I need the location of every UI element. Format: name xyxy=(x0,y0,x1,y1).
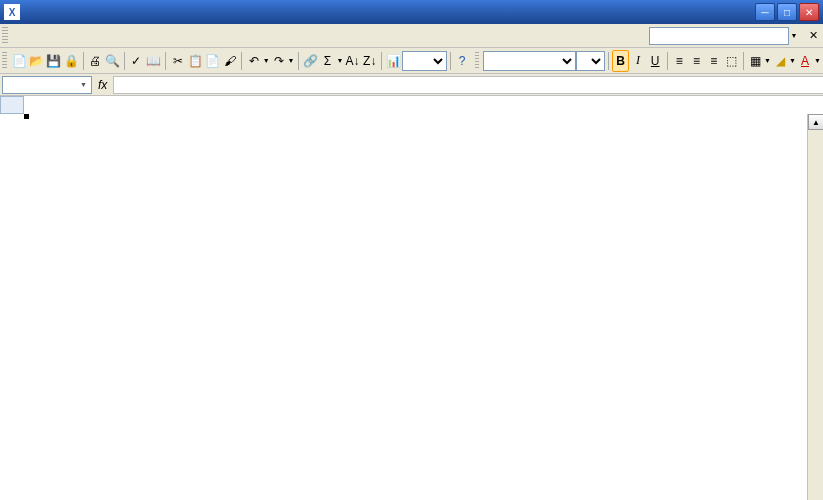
font-select[interactable] xyxy=(483,51,576,71)
active-cell-indicator xyxy=(24,114,28,118)
minimize-button[interactable]: ─ xyxy=(755,3,775,21)
scroll-up-icon[interactable]: ▲ xyxy=(808,114,823,130)
autosum-dropdown[interactable]: ▼ xyxy=(336,50,344,72)
separator xyxy=(381,52,382,70)
separator xyxy=(743,52,744,70)
name-box[interactable]: ▼ xyxy=(2,76,92,94)
zoom-select[interactable] xyxy=(402,51,446,71)
formula-bar: ▼ fx xyxy=(0,74,823,96)
menu-insert[interactable] xyxy=(48,34,60,38)
redo-icon[interactable]: ↷ xyxy=(270,50,287,72)
sort-asc-icon[interactable]: A↓ xyxy=(344,50,361,72)
fx-icon[interactable]: fx xyxy=(98,78,107,92)
font-size-select[interactable] xyxy=(576,51,605,71)
italic-button[interactable]: I xyxy=(629,50,646,72)
preview-icon[interactable]: 🔍 xyxy=(104,50,121,72)
fill-color-icon[interactable]: ◢ xyxy=(771,50,788,72)
separator xyxy=(608,52,609,70)
menu-window[interactable] xyxy=(96,34,108,38)
fill-dropdown[interactable]: ▼ xyxy=(789,50,797,72)
merge-icon[interactable]: ⬚ xyxy=(722,50,739,72)
grip-icon xyxy=(2,52,7,70)
align-right-icon[interactable]: ≡ xyxy=(705,50,722,72)
redo-dropdown[interactable]: ▼ xyxy=(287,50,295,72)
menu-file[interactable] xyxy=(12,34,24,38)
separator xyxy=(165,52,166,70)
borders-icon[interactable]: ▦ xyxy=(746,50,763,72)
spreadsheet: ▲ xyxy=(0,96,823,500)
menu-data[interactable] xyxy=(84,34,96,38)
help-input[interactable] xyxy=(649,27,789,45)
excel-icon: X xyxy=(4,4,20,20)
font-color-dropdown[interactable]: ▼ xyxy=(814,50,822,72)
menu-bar: ▼ ✕ xyxy=(0,24,823,48)
menu-help[interactable] xyxy=(108,34,120,38)
paste-icon[interactable]: 📄 xyxy=(204,50,221,72)
font-color-icon[interactable]: A xyxy=(796,50,813,72)
separator xyxy=(667,52,668,70)
menu-format[interactable] xyxy=(60,34,72,38)
grip-icon xyxy=(2,27,8,45)
title-bar: X ─ □ ✕ xyxy=(0,0,823,24)
borders-dropdown[interactable]: ▼ xyxy=(764,50,772,72)
help-dropdown-icon[interactable]: ▼ xyxy=(789,25,799,47)
copy-icon[interactable]: 📋 xyxy=(186,50,203,72)
bold-button[interactable]: B xyxy=(612,50,629,72)
undo-dropdown[interactable]: ▼ xyxy=(262,50,270,72)
cut-icon[interactable]: ✂ xyxy=(169,50,186,72)
separator xyxy=(450,52,451,70)
undo-icon[interactable]: ↶ xyxy=(245,50,262,72)
close-button[interactable]: ✕ xyxy=(799,3,819,21)
help-icon[interactable]: ? xyxy=(453,50,470,72)
separator xyxy=(124,52,125,70)
menu-tools[interactable] xyxy=(72,34,84,38)
align-center-icon[interactable]: ≡ xyxy=(688,50,705,72)
underline-button[interactable]: U xyxy=(647,50,664,72)
save-icon[interactable]: 💾 xyxy=(45,50,62,72)
chart-icon[interactable]: 📊 xyxy=(385,50,402,72)
maximize-button[interactable]: □ xyxy=(777,3,797,21)
permission-icon[interactable]: 🔒 xyxy=(62,50,79,72)
hyperlink-icon[interactable]: 🔗 xyxy=(302,50,319,72)
formula-input[interactable] xyxy=(113,76,823,94)
open-icon[interactable]: 📂 xyxy=(28,50,45,72)
menu-view[interactable] xyxy=(36,34,48,38)
grip-icon xyxy=(475,52,480,70)
separator xyxy=(83,52,84,70)
close-document-button[interactable]: ✕ xyxy=(805,28,821,44)
research-icon[interactable]: 📖 xyxy=(145,50,162,72)
chevron-down-icon[interactable]: ▼ xyxy=(80,81,87,88)
align-left-icon[interactable]: ≡ xyxy=(671,50,688,72)
window-buttons: ─ □ ✕ xyxy=(755,3,819,21)
separator xyxy=(298,52,299,70)
standard-toolbar: 📄 📂 💾 🔒 🖨 🔍 ✓ 📖 ✂ 📋 📄 🖌 ↶ ▼ ↷ ▼ 🔗 Σ ▼ A↓… xyxy=(0,48,823,74)
autosum-icon[interactable]: Σ xyxy=(319,50,336,72)
spelling-icon[interactable]: ✓ xyxy=(128,50,145,72)
help-search: ▼ ✕ xyxy=(649,25,821,47)
select-all-corner[interactable] xyxy=(0,96,24,114)
separator xyxy=(241,52,242,70)
print-icon[interactable]: 🖨 xyxy=(86,50,103,72)
new-icon[interactable]: 📄 xyxy=(11,50,28,72)
vertical-scrollbar[interactable]: ▲ xyxy=(807,114,823,500)
sort-desc-icon[interactable]: Z↓ xyxy=(361,50,378,72)
menu-edit[interactable] xyxy=(24,34,36,38)
format-painter-icon[interactable]: 🖌 xyxy=(221,50,238,72)
